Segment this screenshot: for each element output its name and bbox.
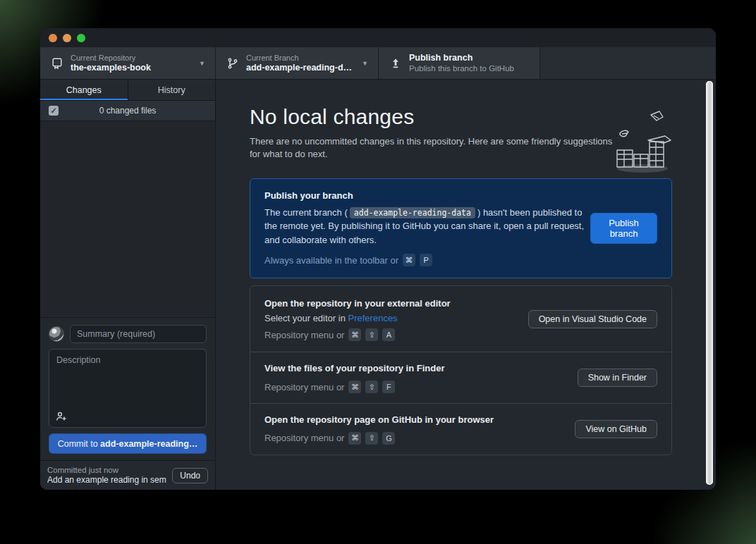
suggestion-shortcut: Repository menu or ⌘ ⇧ A	[264, 328, 517, 341]
undo-commit-bar: Committed just now Add an example readin…	[40, 460, 215, 490]
commit-form: Commit to add-example-reading…	[40, 317, 215, 460]
cmd-key: ⌘	[348, 381, 361, 393]
zoom-window-button[interactable]	[77, 34, 85, 42]
publish-branch-button[interactable]: Publish branch	[590, 213, 657, 244]
branch-name-chip: add-example-reading-data	[350, 207, 475, 218]
current-branch-button[interactable]: Current Branch add-example-reading-d… ▼	[216, 47, 379, 79]
publish-card-title: Publish your branch	[264, 190, 590, 201]
view-on-github-button[interactable]: View on GitHub	[575, 420, 657, 438]
preferences-link[interactable]: Preferences	[348, 313, 398, 323]
user-avatar	[49, 326, 64, 342]
changed-files-count: 0 changed files	[99, 106, 157, 116]
upload-arrow-icon	[390, 58, 401, 69]
suggestions-group: Open the repository in your external edi…	[250, 285, 672, 455]
toolbar-empty-area	[540, 47, 716, 79]
publish-card-body: The current branch (add-example-reading-…	[264, 206, 590, 247]
shortcut-label: Repository menu or	[264, 433, 344, 443]
g-key: G	[382, 432, 395, 445]
cmd-key: ⌘	[348, 432, 361, 445]
publish-card-footer: Always available in the toolbar or ⌘ P	[264, 254, 590, 266]
current-branch-label: Current Branch	[246, 54, 352, 63]
git-branch-icon	[227, 58, 238, 69]
close-window-button[interactable]	[49, 34, 57, 42]
commit-button[interactable]: Commit to add-example-reading…	[49, 433, 207, 454]
commit-description-box	[49, 349, 207, 428]
current-branch-value: add-example-reading-d…	[246, 63, 352, 73]
scrollbar[interactable]	[706, 81, 713, 485]
publish-branch-toolbar-button[interactable]: Publish branch Publish this branch to Gi…	[379, 47, 540, 79]
publish-branch-subtitle: Publish this branch to GitHub	[409, 63, 514, 73]
publish-branch-title: Publish branch	[409, 53, 514, 63]
open-in-editor-button[interactable]: Open in Visual Studio Code	[528, 310, 657, 328]
shortcut-label: Repository menu or	[264, 382, 344, 392]
suggestion-title: Open the repository page on GitHub in yo…	[264, 414, 563, 427]
chevron-down-icon: ▼	[352, 60, 368, 67]
app-window: Current Repository the-examples-book ▼ C…	[40, 28, 716, 490]
toolbar: Current Repository the-examples-book ▼ C…	[40, 47, 716, 80]
shortcut-label: Repository menu or	[264, 330, 344, 340]
current-repository-value: the-examples-book	[71, 63, 151, 73]
undo-button[interactable]: Undo	[172, 468, 208, 483]
suggestion-shortcut: Repository menu or ⌘ ⇧ G	[264, 432, 563, 445]
shift-key: ⇧	[365, 381, 378, 393]
suggestion-title: View the files of your repository in Fin…	[264, 362, 566, 376]
title-bar	[40, 28, 716, 47]
suggestion-view-github: Open the repository page on GitHub in yo…	[250, 403, 671, 455]
suggestion-editor-line-pre: Select your editor in	[264, 313, 348, 323]
committed-status: Committed just now	[47, 465, 166, 475]
paper-stack-illustration	[607, 111, 675, 178]
f-key: F	[382, 381, 395, 393]
cmd-key: ⌘	[403, 254, 415, 266]
publish-branch-card: Publish your branch The current branch (…	[250, 178, 672, 279]
suggestion-shortcut: Repository menu or ⌘ ⇧ F	[264, 381, 566, 393]
committed-message: Add an example reading in semi-…	[47, 475, 166, 486]
show-in-finder-button[interactable]: Show in Finder	[578, 369, 657, 387]
commit-button-prefix: Commit to	[58, 439, 100, 449]
shift-key: ⇧	[365, 432, 378, 445]
tab-history[interactable]: History	[128, 80, 216, 100]
sidebar: Changes History ✓ 0 changed files	[40, 80, 216, 490]
suggestion-show-finder: View the files of your repository in Fin…	[250, 352, 671, 403]
cmd-key: ⌘	[348, 328, 361, 341]
current-repository-label: Current Repository	[71, 54, 151, 63]
changes-list-empty	[40, 121, 215, 317]
suggestion-title: Open the repository in your external edi…	[264, 297, 517, 311]
tab-changes[interactable]: Changes	[40, 80, 128, 100]
current-repository-button[interactable]: Current Repository the-examples-book ▼	[40, 47, 216, 79]
minimize-window-button[interactable]	[63, 34, 71, 42]
repo-icon	[51, 58, 63, 69]
publish-card-footer-text: Always available in the toolbar or	[264, 255, 398, 266]
changed-files-row[interactable]: ✓ 0 changed files	[40, 101, 215, 121]
suggestion-open-editor: Open the repository in your external edi…	[250, 286, 671, 352]
add-coauthor-icon[interactable]	[56, 411, 67, 422]
sidebar-tabs: Changes History	[40, 80, 215, 101]
main-panel: No local changes There are no uncommitte…	[216, 80, 716, 490]
commit-summary-input[interactable]	[70, 325, 207, 343]
publish-card-body-pre: The current branch (	[264, 207, 348, 218]
chevron-down-icon: ▼	[189, 60, 205, 67]
shift-key: ⇧	[365, 328, 378, 341]
suggestion-editor-line: Select your editor in Preferences	[264, 313, 517, 323]
commit-description-input[interactable]	[49, 350, 206, 427]
select-all-checkbox[interactable]: ✓	[49, 106, 59, 116]
a-key: A	[382, 328, 395, 341]
p-key: P	[420, 254, 432, 266]
commit-button-branch: add-example-reading…	[100, 439, 197, 449]
page-subtitle: There are no uncommitted changes in this…	[250, 135, 614, 161]
